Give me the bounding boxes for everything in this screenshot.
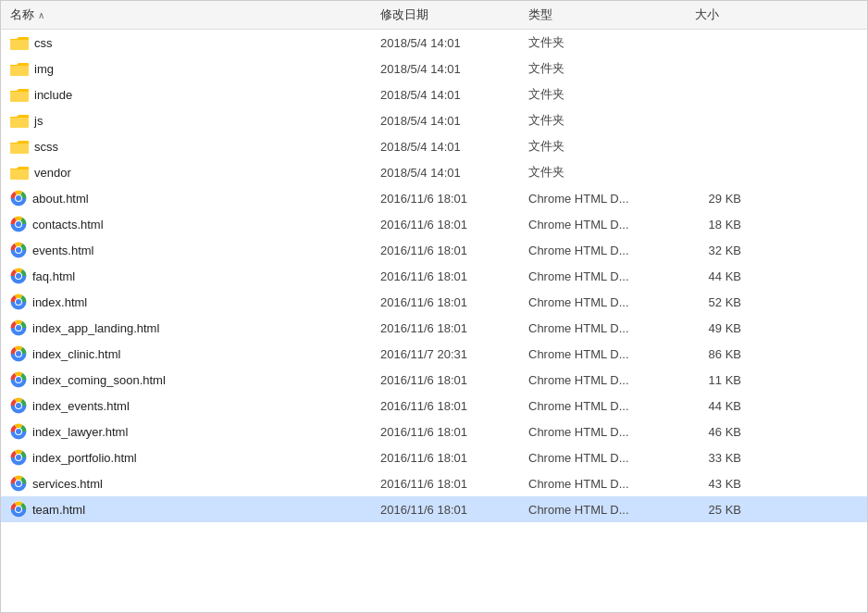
col-type-header[interactable]: 类型 bbox=[528, 6, 695, 23]
file-name-cell: index_clinic.html bbox=[10, 345, 380, 362]
table-row[interactable]: include 2018/5/4 14:01 文件夹 bbox=[1, 81, 867, 107]
file-type-cell: 文件夹 bbox=[528, 164, 695, 181]
table-row[interactable]: index_portfolio.html 2016/11/6 18:01 Chr… bbox=[1, 444, 867, 470]
file-date-cell: 2016/11/6 18:01 bbox=[380, 373, 528, 387]
table-row[interactable]: index_lawyer.html 2016/11/6 18:01 Chrome… bbox=[1, 419, 867, 444]
table-row[interactable]: faq.html 2016/11/6 18:01 Chrome HTML D..… bbox=[1, 263, 867, 289]
file-size-cell: 49 KB bbox=[695, 321, 769, 335]
table-row[interactable]: css 2018/5/4 14:01 文件夹 bbox=[1, 30, 867, 56]
file-type-cell: 文件夹 bbox=[528, 138, 695, 155]
svg-point-29 bbox=[16, 325, 21, 331]
file-name-cell: js bbox=[10, 113, 380, 128]
chrome-icon bbox=[10, 475, 27, 492]
file-name-cell: services.html bbox=[10, 475, 380, 492]
col-name-header[interactable]: 名称 ∧ bbox=[10, 6, 380, 23]
file-size-cell: 46 KB bbox=[695, 425, 769, 439]
svg-point-32 bbox=[16, 351, 21, 357]
table-row[interactable]: services.html 2016/11/6 18:01 Chrome HTM… bbox=[1, 470, 867, 496]
file-type-cell: Chrome HTML D... bbox=[528, 244, 695, 257]
file-name: contacts.html bbox=[32, 218, 104, 231]
table-row[interactable]: img 2018/5/4 14:01 文件夹 bbox=[1, 56, 867, 81]
chrome-icon bbox=[10, 345, 27, 362]
file-date-cell: 2018/5/4 14:01 bbox=[380, 62, 528, 76]
chrome-icon bbox=[10, 294, 27, 310]
file-type-cell: Chrome HTML D... bbox=[528, 218, 695, 231]
file-name: index_app_landing.html bbox=[32, 321, 159, 335]
file-type-cell: 文件夹 bbox=[528, 34, 695, 51]
svg-point-17 bbox=[16, 221, 21, 227]
file-name: services.html bbox=[32, 477, 103, 491]
file-date-cell: 2016/11/7 20:31 bbox=[380, 347, 528, 361]
file-size-cell: 25 KB bbox=[695, 503, 769, 517]
file-name: index_lawyer.html bbox=[32, 425, 128, 439]
svg-point-35 bbox=[16, 377, 21, 382]
folder-icon bbox=[10, 165, 29, 180]
chrome-icon bbox=[10, 423, 27, 440]
file-date-cell: 2016/11/6 18:01 bbox=[380, 295, 528, 309]
file-size-cell: 32 KB bbox=[695, 244, 769, 257]
file-date-cell: 2016/11/6 18:01 bbox=[380, 503, 528, 517]
svg-point-41 bbox=[16, 429, 21, 434]
file-name-cell: about.html bbox=[10, 190, 380, 206]
table-row[interactable]: index_events.html 2016/11/6 18:01 Chrome… bbox=[1, 393, 867, 419]
file-date-cell: 2016/11/6 18:01 bbox=[380, 244, 528, 257]
file-name-cell: scss bbox=[10, 139, 380, 154]
table-row[interactable]: index.html 2016/11/6 18:01 Chrome HTML D… bbox=[1, 289, 867, 315]
col-name-label: 名称 bbox=[10, 6, 34, 23]
file-type-cell: Chrome HTML D... bbox=[528, 295, 695, 309]
file-date-cell: 2016/11/6 18:01 bbox=[380, 192, 528, 206]
file-type-cell: Chrome HTML D... bbox=[528, 503, 695, 517]
chrome-icon bbox=[10, 501, 27, 518]
svg-point-14 bbox=[16, 195, 21, 201]
chrome-icon bbox=[10, 268, 27, 284]
file-date-cell: 2018/5/4 14:01 bbox=[380, 88, 528, 102]
file-name: js bbox=[34, 114, 43, 128]
file-name-cell: team.html bbox=[10, 501, 380, 518]
file-type-cell: Chrome HTML D... bbox=[528, 425, 695, 439]
table-row[interactable]: js 2018/5/4 14:01 文件夹 bbox=[1, 107, 867, 133]
file-name-cell: include bbox=[10, 87, 380, 102]
col-size-header[interactable]: 大小 bbox=[695, 6, 769, 23]
file-date-cell: 2016/11/6 18:01 bbox=[380, 477, 528, 491]
chrome-icon bbox=[10, 397, 27, 414]
chrome-icon bbox=[10, 216, 27, 232]
table-row[interactable]: index_clinic.html 2016/11/7 20:31 Chrome… bbox=[1, 341, 867, 367]
file-explorer: 名称 ∧ 修改日期 类型 大小 css 2018/5/4 14:01 文件夹 bbox=[0, 0, 868, 613]
table-row[interactable]: scss 2018/5/4 14:01 文件夹 bbox=[1, 133, 867, 159]
svg-rect-7 bbox=[10, 117, 29, 127]
file-name: index_coming_soon.html bbox=[32, 373, 166, 387]
svg-point-47 bbox=[16, 481, 21, 486]
file-date-cell: 2016/11/6 18:01 bbox=[380, 218, 528, 231]
file-type-cell: Chrome HTML D... bbox=[528, 269, 695, 283]
file-name: index.html bbox=[32, 295, 87, 309]
file-date-cell: 2018/5/4 14:01 bbox=[380, 36, 528, 50]
folder-icon bbox=[10, 139, 29, 154]
table-row[interactable]: vendor 2018/5/4 14:01 文件夹 bbox=[1, 159, 867, 185]
file-name-cell: vendor bbox=[10, 165, 380, 180]
file-size-cell: 11 KB bbox=[695, 373, 769, 387]
file-name-cell: css bbox=[10, 35, 380, 50]
file-name: about.html bbox=[32, 192, 89, 206]
file-size-cell: 86 KB bbox=[695, 347, 769, 361]
file-name-cell: index_app_landing.html bbox=[10, 319, 380, 336]
folder-icon bbox=[10, 35, 29, 50]
table-row[interactable]: about.html 2016/11/6 18:01 Chrome HTML D… bbox=[1, 185, 867, 211]
file-date-cell: 2016/11/6 18:01 bbox=[380, 451, 528, 465]
table-row[interactable]: index_coming_soon.html 2016/11/6 18:01 C… bbox=[1, 367, 867, 393]
table-row[interactable]: team.html 2016/11/6 18:01 Chrome HTML D.… bbox=[1, 496, 867, 522]
svg-point-50 bbox=[16, 507, 21, 512]
table-row[interactable]: contacts.html 2016/11/6 18:01 Chrome HTM… bbox=[1, 211, 867, 237]
file-size-cell: 44 KB bbox=[695, 399, 769, 413]
col-date-header[interactable]: 修改日期 bbox=[380, 6, 528, 23]
file-name: vendor bbox=[34, 166, 71, 180]
file-name-cell: index_portfolio.html bbox=[10, 449, 380, 466]
table-row[interactable]: events.html 2016/11/6 18:01 Chrome HTML … bbox=[1, 237, 867, 263]
file-type-cell: 文件夹 bbox=[528, 60, 695, 77]
file-size-cell: 33 KB bbox=[695, 451, 769, 465]
file-name-cell: index_lawyer.html bbox=[10, 423, 380, 440]
file-date-cell: 2016/11/6 18:01 bbox=[380, 269, 528, 283]
file-list[interactable]: css 2018/5/4 14:01 文件夹 img 2018/5/4 14:0… bbox=[1, 30, 867, 612]
table-row[interactable]: index_app_landing.html 2016/11/6 18:01 C… bbox=[1, 315, 867, 341]
file-name-cell: events.html bbox=[10, 242, 380, 258]
file-name-cell: contacts.html bbox=[10, 216, 380, 232]
